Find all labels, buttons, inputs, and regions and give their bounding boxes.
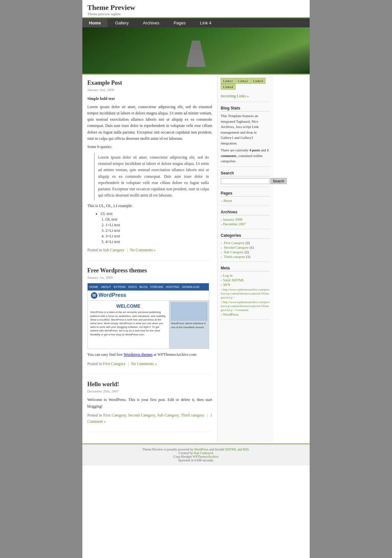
list-item: OL text: [105, 217, 212, 222]
nav-home[interactable]: Home: [82, 18, 107, 27]
quick-link-2[interactable]: Links2: [236, 78, 251, 84]
footer-line-1: Theme Preview is proudly powered by Word…: [86, 448, 306, 451]
nav-link4[interactable]: Link 4: [193, 18, 218, 27]
sidebar-blog-stats: Blog Stats This Template features an int…: [221, 106, 270, 167]
main-nav: Home Gallery Archives Pages Link 4: [82, 18, 310, 27]
post-3-cat4-link[interactable]: Third category: [181, 413, 205, 418]
post-2-comments-link[interactable]: No Comments »: [131, 361, 157, 366]
post-3-cat1-link[interactable]: First Category: [103, 413, 126, 418]
footer-line-3: Copy/Bwdget WPThemesArchive: [86, 455, 306, 458]
quick-link-1[interactable]: Links1: [221, 78, 236, 84]
sidebar-categories: Categories First Category (2) Second Cat…: [221, 233, 270, 262]
post-3-date: December 26th, 2007: [87, 388, 212, 394]
site-tagline: Theme preview tagline: [87, 12, 305, 16]
search-heading: Search: [221, 171, 270, 176]
cat-third-count: (1): [246, 255, 250, 259]
footer-wordpress-link[interactable]: WordPress: [194, 448, 209, 451]
list-item: 3>Li text: [105, 234, 212, 239]
blog-stats-desc: This Template features an integrated Tag…: [221, 113, 270, 146]
post-1-title: Example Post: [87, 79, 212, 86]
main-content: Example Post January 2nd, 2008 Simple bo…: [82, 75, 217, 444]
wordpress-screenshot: HOME ABOUT EXTEND DOCS BLOG FORUMS HOSTI…: [87, 283, 209, 349]
nav-pages[interactable]: Pages: [167, 18, 192, 27]
post-3-body: Welcome to WordPress. This is your first…: [87, 397, 212, 409]
nav-gallery[interactable]: Gallery: [108, 18, 135, 27]
archive-jan-2008[interactable]: January 2008: [223, 217, 242, 221]
list-item: Log in: [221, 273, 270, 278]
sidebar-pages: Pages About: [221, 191, 270, 206]
list-item: Valid XHTML: [221, 278, 270, 282]
wp-content-area: WELCOME WordPress is a state-of-the-art …: [88, 301, 209, 349]
list-item: 4>Li text: [105, 239, 212, 244]
post-2-category-link[interactable]: First Category: [103, 361, 126, 366]
list-item: December 2007: [221, 222, 270, 226]
sidebar-incoming-links: Incoming Links »: [221, 93, 270, 102]
meta-list: Log in Valid XHTML XFN http://www.wpthem…: [221, 273, 270, 317]
post-3-footer: Posted in First Category, Second Categor…: [87, 412, 212, 425]
cat-first-count: (2): [245, 241, 250, 245]
wordpress-themes-link[interactable]: Wordpress themes: [124, 352, 153, 357]
quick-link-4[interactable]: Links4: [221, 84, 236, 90]
post-2: Free Wordpress themes January 1st, 2008 …: [87, 267, 212, 374]
post-1-body: Lorem ipsum dolor sit amet, consectetur …: [87, 104, 212, 142]
quick-link-3[interactable]: Links3: [251, 78, 266, 84]
blog-stats-summary: There are currently 4 posts and 1 commen…: [221, 147, 270, 164]
archives-list: January 2008 December 2007: [221, 217, 270, 226]
meta-wordpress-link[interactable]: WordPress: [223, 312, 238, 316]
search-button[interactable]: Search: [270, 178, 287, 184]
categories-heading: Categories: [221, 233, 270, 239]
sidebar-meta: Meta Log in Valid XHTML XFN http://www.w…: [221, 266, 270, 320]
meta-rss-link[interactable]: http://www.wpthemesarchive.com/preview/w…: [221, 288, 270, 299]
pages-heading: Pages: [221, 191, 270, 197]
blog-stats-heading: Blog Stats: [221, 106, 270, 111]
cat-second-link[interactable]: Second Category: [224, 245, 248, 249]
list-item: UL text: [100, 211, 212, 216]
cat-sub-link[interactable]: Sub Category: [224, 250, 243, 254]
cat-first-link[interactable]: First Category: [224, 241, 244, 245]
post-1-list-intro: This is UL, OL, LI example:: [87, 203, 212, 209]
wp-logo-area: WWordPress: [88, 291, 209, 301]
page-about-link[interactable]: About: [223, 199, 232, 202]
archive-dec-2007[interactable]: December 2007: [223, 222, 246, 226]
search-form: Search: [221, 178, 270, 184]
sidebar-search: Search Search: [221, 171, 270, 187]
footer-line-4: Spawned in 0.666 seconds.: [86, 458, 306, 462]
list-item: Sub Category (2): [221, 250, 270, 254]
post-1-ul: UL text: [100, 211, 212, 216]
post-3-cat2-link[interactable]: Second Category: [128, 413, 155, 418]
post-1-footer: Posted in Sub Category | No Comments »: [87, 247, 212, 253]
meta-login-link[interactable]: Log in: [223, 273, 233, 277]
meta-comments-rss-link[interactable]: http://www.wpthemesarchive.com/preview/w…: [221, 300, 270, 312]
post-3-cat3-link[interactable]: Sub Category: [157, 413, 179, 418]
post-1-bquote-label: Some b-quotes:: [87, 144, 212, 150]
footer-author-link[interactable]: Dan Cederqvst: [194, 451, 213, 455]
wp-nav-bar: HOME ABOUT EXTEND DOCS BLOG FORUMS HOSTI…: [88, 283, 209, 291]
list-item: http://www.wpthemesarchive.com/preview/w…: [221, 287, 270, 299]
list-item: Third category (1): [221, 254, 270, 259]
archives-heading: Archives: [221, 210, 270, 215]
post-1-comments-link[interactable]: No Comments »: [130, 248, 156, 252]
pages-list: About: [221, 198, 270, 203]
site-title: Theme Preview: [87, 3, 305, 12]
meta-xfn-link[interactable]: XFN: [223, 283, 230, 287]
post-2-body: You can easy find free Wordpress themes …: [87, 352, 212, 358]
post-2-date: January 1st, 2008: [87, 275, 212, 281]
incoming-links-heading-link[interactable]: Incoming Links »: [221, 94, 249, 98]
list-item: http://www.wpthemesarchive.com/preview/w…: [221, 299, 270, 312]
search-input[interactable]: [221, 178, 269, 184]
list-item: Second Category (1): [221, 245, 270, 250]
post-1-category-link[interactable]: Sub Category: [103, 248, 125, 252]
post-1-ol: OL text 1>Li text 2>Li text 3>Li text 4>…: [105, 217, 212, 244]
sidebar-quick-links: Links1Links2Links3Links4: [221, 78, 270, 90]
meta-xhtml-link[interactable]: Valid XHTML: [223, 278, 244, 282]
list-item: First Category (2): [221, 240, 270, 245]
list-item: WordPress: [221, 312, 270, 317]
list-item: January 2008: [221, 217, 270, 222]
categories-list: First Category (2) Second Category (1) S…: [221, 240, 270, 259]
nav-archives[interactable]: Archives: [136, 18, 166, 27]
post-1-bold: Simple bold text: [87, 96, 212, 102]
sidebar-archives: Archives January 2008 December 2007: [221, 210, 270, 229]
footer-wparchive-link[interactable]: WPThemesArchive: [193, 455, 219, 458]
footer-xhtml-rss-link[interactable]: XHTML and RSS: [225, 448, 249, 451]
cat-third-link[interactable]: Third category: [224, 255, 245, 259]
